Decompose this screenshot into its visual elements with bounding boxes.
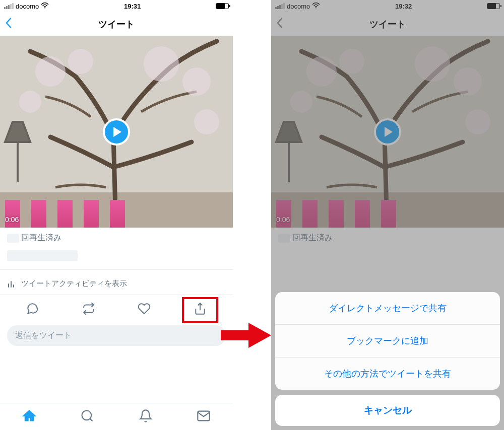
- gap: [233, 0, 271, 430]
- redacted-text: [7, 250, 78, 261]
- tab-bar: [0, 403, 233, 430]
- nav-bar: ツイート: [0, 12, 233, 36]
- battery-icon: [216, 3, 229, 9]
- svg-point-14: [306, 56, 337, 87]
- wifi-icon: [41, 2, 49, 10]
- played-label: 回再生済み: [292, 233, 333, 242]
- svg-point-0: [44, 8, 45, 9]
- svg-point-9: [82, 410, 92, 420]
- lamp-decoration: [0, 112, 40, 182]
- reply-button[interactable]: [18, 302, 48, 315]
- banners-decoration: [5, 192, 163, 228]
- status-bar: docomo 19:31: [0, 0, 233, 12]
- page-title: ツイート: [369, 18, 406, 30]
- sheet-share-other[interactable]: その他の方法でツイートを共有: [275, 357, 500, 390]
- tab-notifications[interactable]: [139, 409, 153, 425]
- sheet-cancel[interactable]: キャンセル: [275, 395, 500, 426]
- sheet-add-bookmark[interactable]: ブックマークに追加: [275, 325, 500, 357]
- tweet-activity-row[interactable]: ツイートアクティビティを表示: [0, 273, 233, 295]
- svg-point-4: [68, 49, 93, 74]
- reply-placeholder: 返信をツイート: [15, 331, 72, 339]
- video-duration: 0:06: [276, 216, 290, 224]
- carrier-label: docomo: [16, 3, 39, 10]
- svg-point-6: [182, 67, 211, 96]
- page-title: ツイート: [98, 18, 135, 30]
- sheet-share-dm[interactable]: ダイレクトメッセージで共有: [275, 292, 500, 325]
- analytics-icon: [7, 279, 16, 289]
- tab-home[interactable]: [22, 409, 36, 425]
- back-button[interactable]: [5, 16, 12, 32]
- signal-icon: [4, 3, 14, 9]
- played-label: 回再生済み: [21, 233, 61, 242]
- phone-right: docomo 19:32 ツイート 0:06: [271, 0, 504, 430]
- wifi-icon: [312, 2, 320, 10]
- banners-decoration: [276, 192, 434, 228]
- play-count-row: 回再生済み: [0, 228, 233, 248]
- signal-icon: [275, 3, 285, 9]
- reply-input[interactable]: 返信をツイート: [7, 325, 226, 346]
- svg-point-16: [415, 46, 450, 82]
- svg-point-18: [290, 91, 312, 113]
- svg-point-11: [316, 8, 317, 9]
- highlight-box: [182, 297, 218, 323]
- play-button[interactable]: [374, 118, 401, 146]
- battery-icon: [487, 3, 500, 9]
- nav-bar: ツイート: [271, 12, 504, 36]
- lamp-decoration: [271, 112, 311, 182]
- play-button[interactable]: [103, 118, 130, 146]
- svg-point-7: [19, 91, 41, 113]
- arrow-icon: [221, 320, 271, 352]
- back-button[interactable]: [276, 16, 283, 32]
- activity-label: ツイートアクティビティを表示: [21, 279, 127, 289]
- svg-point-5: [144, 46, 179, 82]
- svg-point-15: [339, 49, 364, 74]
- svg-point-17: [454, 67, 482, 96]
- action-sheet: ダイレクトメッセージで共有 ブックマークに追加 その他の方法でツイートを共有 キ…: [275, 292, 500, 426]
- share-button[interactable]: [185, 302, 215, 315]
- svg-point-3: [35, 56, 66, 87]
- video-duration: 0:06: [5, 216, 19, 224]
- svg-point-19: [465, 109, 490, 134]
- tab-messages[interactable]: [197, 409, 211, 425]
- clock-label: 19:31: [124, 3, 141, 10]
- retweet-button[interactable]: [74, 302, 104, 315]
- status-bar: docomo 19:32: [271, 0, 504, 12]
- video-thumbnail[interactable]: 0:06: [0, 36, 233, 228]
- phone-left: docomo 19:31 ツイート 0:06: [0, 0, 233, 430]
- tab-search[interactable]: [80, 409, 94, 425]
- tweet-actions: [0, 295, 233, 322]
- like-button[interactable]: [129, 302, 159, 315]
- svg-point-8: [194, 109, 219, 134]
- clock-label: 19:32: [395, 3, 412, 10]
- video-thumbnail[interactable]: 0:06: [271, 36, 504, 228]
- carrier-label: docomo: [287, 3, 310, 10]
- play-count-row: 回再生済み: [271, 228, 504, 248]
